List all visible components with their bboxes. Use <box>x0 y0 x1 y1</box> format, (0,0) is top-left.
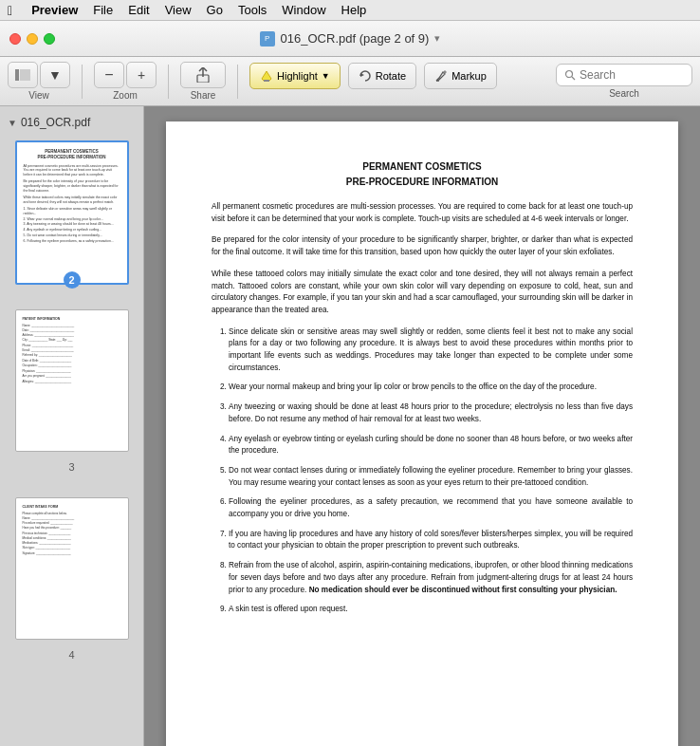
menu-window[interactable]: Window <box>282 3 325 17</box>
rotate-label: Rotate <box>376 70 406 82</box>
apple-menu[interactable]:  <box>8 3 12 18</box>
zoom-label: Zoom <box>113 90 138 101</box>
svg-rect-3 <box>264 80 269 82</box>
sidebar-toggle-button[interactable] <box>8 62 38 88</box>
page-3-preview: PATIENT INFORMATION Name: ______________… <box>20 314 122 447</box>
page-2-preview: PERMANENT COSMETICSPRE-PROCEDURE INFORMA… <box>21 146 123 279</box>
list-item-1: Since delicate skin or sensitive areas m… <box>229 326 633 375</box>
highlight-button[interactable]: Highlight ▼ <box>249 63 341 89</box>
toolbar: ▼ View − + Zoom Share Highlight ▼ Rotate <box>0 57 700 106</box>
share-group: Share <box>180 62 226 101</box>
view-label: View <box>28 90 49 101</box>
sidebar-triangle-icon: ▼ <box>8 118 17 128</box>
markup-button[interactable]: Markup <box>424 63 497 89</box>
highlight-group: Highlight ▼ <box>249 63 341 101</box>
separator-3 <box>237 65 238 99</box>
highlight-chevron-icon: ▼ <box>322 71 330 81</box>
pdf-para-1: All permanent cosmetic procedures are mu… <box>212 201 633 225</box>
close-button[interactable] <box>9 33 21 45</box>
pdf-area: PERMANENT COSMETICS PRE-PROCEDURE INFORM… <box>144 106 700 746</box>
document-title: P 016_OCR.pdf (page 2 of 9) ▾ <box>260 31 441 47</box>
pdf-list: Since delicate skin or sensitive areas m… <box>229 326 633 616</box>
list-item-4: Any eyelash or eyebrow tinting or eyelas… <box>229 434 633 457</box>
zoom-in-button[interactable]: + <box>126 62 157 88</box>
menubar:  Preview File Edit View Go Tools Window… <box>0 0 700 21</box>
pdf-title-line1: PERMANENT COSMETICS <box>362 161 482 172</box>
markup-label: Markup <box>451 70 487 82</box>
traffic-lights <box>9 33 55 45</box>
list-item-5: Do not wear contact lenses during or imm… <box>229 465 633 489</box>
search-bar[interactable] <box>556 64 692 86</box>
page-4-label: 4 <box>15 649 129 661</box>
list-item-6: Following the eyeliner procedures, as a … <box>229 496 633 520</box>
share-label: Share <box>191 90 216 101</box>
rotate-button[interactable]: Rotate <box>348 63 416 89</box>
markup-group: Markup <box>424 63 497 101</box>
svg-rect-0 <box>15 69 19 81</box>
search-label: Search <box>609 88 639 99</box>
separator-2 <box>168 65 169 99</box>
pdf-icon: P <box>260 31 275 47</box>
chevron-down-icon[interactable]: ▾ <box>434 32 440 45</box>
pdf-page: PERMANENT COSMETICS PRE-PROCEDURE INFORM… <box>166 121 678 746</box>
zoom-group: − + Zoom <box>94 62 157 101</box>
svg-point-5 <box>566 71 573 78</box>
menu-help[interactable]: Help <box>341 3 367 17</box>
menu-tools[interactable]: Tools <box>238 3 267 17</box>
page-thumbnail-4[interactable]: CLIENT INTAKE FORM Please complete all s… <box>15 497 129 640</box>
menu-edit[interactable]: Edit <box>128 3 149 17</box>
menu-view[interactable]: View <box>165 3 192 17</box>
search-group: Search <box>556 64 692 99</box>
sidebar-header: ▼ 016_OCR.pdf <box>0 112 143 133</box>
minimize-button[interactable] <box>27 33 38 45</box>
page-4-preview: CLIENT INTAKE FORM Please complete all s… <box>20 502 122 635</box>
list-item-3: Any tweezing or waxing should be done at… <box>229 401 633 425</box>
page-thumbnail-2[interactable]: PERMANENT COSMETICSPRE-PROCEDURE INFORMA… <box>15 140 129 285</box>
zoom-out-button[interactable]: − <box>94 62 124 88</box>
rotate-group: Rotate <box>348 63 416 101</box>
list-item-7: If you are having lip procedures and hav… <box>229 529 633 552</box>
titlebar: P 016_OCR.pdf (page 2 of 9) ▾ <box>0 21 700 57</box>
page-3-label: 3 <box>15 461 129 473</box>
page-3-container[interactable]: PATIENT INFORMATION Name: ______________… <box>15 309 129 473</box>
main-content: ▼ 016_OCR.pdf PERMANENT COSMETICSPRE-PRO… <box>0 106 700 746</box>
page-2-container[interactable]: PERMANENT COSMETICSPRE-PROCEDURE INFORMA… <box>15 140 129 285</box>
app-name[interactable]: Preview <box>31 3 78 17</box>
highlight-label: Highlight <box>277 70 318 82</box>
view-group: ▼ View <box>8 62 70 101</box>
list-item-8: Refrain from the use of alcohol, aspirin… <box>229 560 633 596</box>
page-4-container[interactable]: CLIENT INTAKE FORM Please complete all s… <box>15 497 129 661</box>
sidebar-pages: PERMANENT COSMETICSPRE-PROCEDURE INFORMA… <box>0 133 143 685</box>
list-item-2: Wear your normal makeup and bring your l… <box>229 382 633 394</box>
sidebar-filename: 016_OCR.pdf <box>21 116 90 129</box>
sidebar: ▼ 016_OCR.pdf PERMANENT COSMETICSPRE-PRO… <box>0 106 144 746</box>
list-item-9: A skin test is offered upon request. <box>229 604 633 616</box>
svg-line-6 <box>572 77 575 80</box>
menu-file[interactable]: File <box>93 3 113 17</box>
page-2-badge: 2 <box>64 271 81 289</box>
maximize-button[interactable] <box>44 33 55 45</box>
pdf-para-3: While these tattooed colors may initiall… <box>212 269 633 317</box>
svg-rect-1 <box>20 69 30 81</box>
search-input[interactable] <box>580 68 684 82</box>
search-icon <box>564 69 576 81</box>
document-name: 016_OCR.pdf (page 2 of 9) <box>281 31 430 46</box>
page-thumbnail-3[interactable]: PATIENT INFORMATION Name: ______________… <box>15 309 129 452</box>
list-item-8-bold: No medication should ever be discontinue… <box>309 586 617 594</box>
pdf-title: PERMANENT COSMETICS PRE-PROCEDURE INFORM… <box>212 159 633 190</box>
separator-1 <box>82 65 83 99</box>
pdf-title-line2: PRE-PROCEDURE INFORMATION <box>346 177 498 187</box>
share-button[interactable] <box>180 62 226 88</box>
menu-go[interactable]: Go <box>207 3 223 17</box>
view-dropdown-button[interactable]: ▼ <box>40 62 70 88</box>
pdf-para-2: Be prepared for the color intensity of y… <box>212 234 633 258</box>
